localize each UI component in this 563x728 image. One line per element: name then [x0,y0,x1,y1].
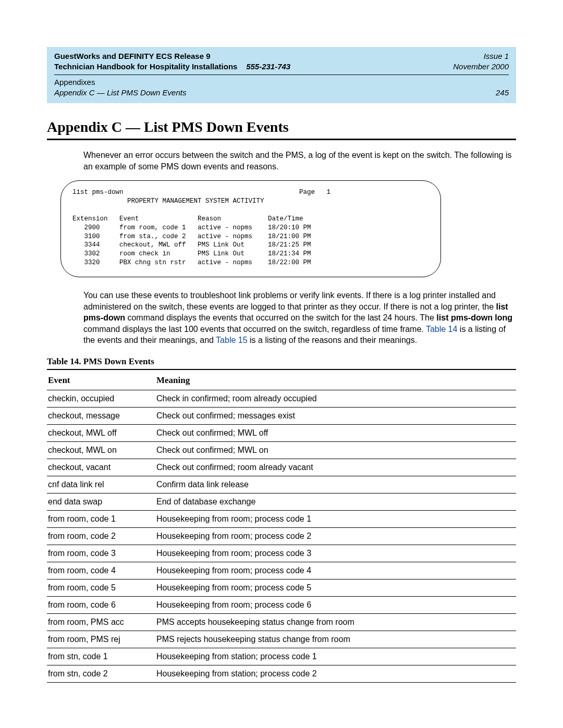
doc-title: GuestWorks and DEFINITY ECS Release 9 [54,52,211,60]
cell-event: from room, code 5 [47,579,155,597]
terminal-pre: list pms-down Page 1 PROPERTY MANAGEMENT… [60,180,441,277]
cell-meaning: Housekeeping from room; process code 1 [155,511,516,528]
cell-meaning: End of database exchange [155,493,516,511]
cell-event: checkin, occupied [47,390,155,408]
cell-meaning: PMS rejects housekeeping status change f… [155,631,516,648]
cell-meaning: Housekeeping from station; process code … [155,665,516,683]
cell-meaning: Check in confirmed; room already occupie… [155,390,516,408]
header-divider [54,75,509,75]
table-row: from room, code 6Housekeeping from room;… [47,597,516,614]
cell-event: from room, code 2 [47,528,155,545]
table-row: checkout, messageCheck out confirmed; me… [47,408,516,425]
cell-event: checkout, vacant [47,459,155,476]
th-meaning: Meaning [155,369,516,390]
cell-meaning: Housekeeping from room; process code 6 [155,597,516,614]
doc-date: November 2000 [453,62,509,71]
cell-event: from room, code 1 [47,511,155,528]
cell-meaning: Check out confirmed; MWL off [155,425,516,442]
table-row: from stn, code 1Housekeeping from statio… [47,648,516,665]
cell-meaning: Check out confirmed; MWL on [155,442,516,459]
intro-paragraph: Whenever an error occurs between the swi… [83,150,516,172]
section-line: Appendix C — List PMS Down Events [54,88,186,97]
table-row: checkout, MWL offCheck out confirmed; MW… [47,425,516,442]
para-text: You can use these events to troubleshoot… [83,291,496,311]
section-group: Appendixes [54,77,509,88]
table-header-row: Event Meaning [47,369,516,390]
cell-event: from stn, code 1 [47,648,155,665]
cell-event: from room, code 4 [47,562,155,579]
cell-event: end data swap [47,493,155,511]
table-row: end data swapEnd of database exchange [47,493,516,511]
table-row: from room, code 3Housekeeping from room;… [47,545,516,562]
doc-header: GuestWorks and DEFINITY ECS Release 9 Is… [47,47,516,103]
page-number: 245 [496,88,509,97]
table-row: cnf data link relConfirm data link relea… [47,476,516,493]
link-table-15[interactable]: Table 15 [216,336,248,344]
cell-event: checkout, MWL on [47,442,155,459]
table-caption: Table 14. PMS Down Events [47,356,516,367]
table-row: from room, code 1Housekeeping from room;… [47,511,516,528]
cell-meaning: Housekeeping from room; process code 4 [155,562,516,579]
explanation-paragraph: You can use these events to troubleshoot… [83,290,516,346]
para-text: command displays the events that occurre… [125,313,436,322]
cell-event: from stn, code 2 [47,665,155,683]
cmd-list-pms-down-long: list pms-down long [436,313,512,322]
title-rule [47,139,516,140]
table-row: from room, PMS rejPMS rejects housekeepi… [47,631,516,648]
cell-meaning: Confirm data link release [155,476,516,493]
table-row: checkout, vacantCheck out confirmed; roo… [47,459,516,476]
cell-meaning: Housekeeping from station; process code … [155,648,516,665]
doc-issue: Issue 1 [484,52,509,60]
table-row: from room, code 4Housekeeping from room;… [47,562,516,579]
events-table: Event Meaning checkin, occupiedCheck in … [47,369,516,683]
cell-meaning: Check out confirmed; room already vacant [155,459,516,476]
cell-event: from room, PMS acc [47,614,155,631]
para-text: is a listing of the reasons and their me… [248,336,418,344]
table-row: from room, code 5Housekeeping from room;… [47,579,516,597]
table-row: checkin, occupiedCheck in confirmed; roo… [47,390,516,408]
page-title: Appendix C — List PMS Down Events [47,119,516,135]
cell-event: from room, PMS rej [47,631,155,648]
cell-event: from room, code 6 [47,597,155,614]
terminal-output: list pms-down Page 1 PROPERTY MANAGEMENT… [60,180,441,277]
table-row: from stn, code 2Housekeeping from statio… [47,665,516,683]
th-event: Event [47,369,155,390]
cell-meaning: Housekeeping from room; process code 5 [155,579,516,597]
cell-meaning: PMS accepts housekeeping status change f… [155,614,516,631]
table-row: from room, code 2Housekeeping from room;… [47,528,516,545]
page: GuestWorks and DEFINITY ECS Release 9 Is… [0,0,563,704]
para-text: command displays the last 100 events tha… [83,325,426,334]
doc-handbook: Technician Handbook for Hospitality Inst… [54,62,237,71]
cell-event: checkout, message [47,408,155,425]
table-row: from room, PMS accPMS accepts housekeepi… [47,614,516,631]
cell-event: from room, code 3 [47,545,155,562]
cell-event: cnf data link rel [47,476,155,493]
cell-meaning: Housekeeping from room; process code 2 [155,528,516,545]
cell-event: checkout, MWL off [47,425,155,442]
cell-meaning: Housekeeping from room; process code 3 [155,545,516,562]
cell-meaning: Check out confirmed; messages exist [155,408,516,425]
table-row: checkout, MWL onCheck out confirmed; MWL… [47,442,516,459]
doc-number: 555-231-743 [246,62,290,71]
link-table-14[interactable]: Table 14 [426,325,458,334]
